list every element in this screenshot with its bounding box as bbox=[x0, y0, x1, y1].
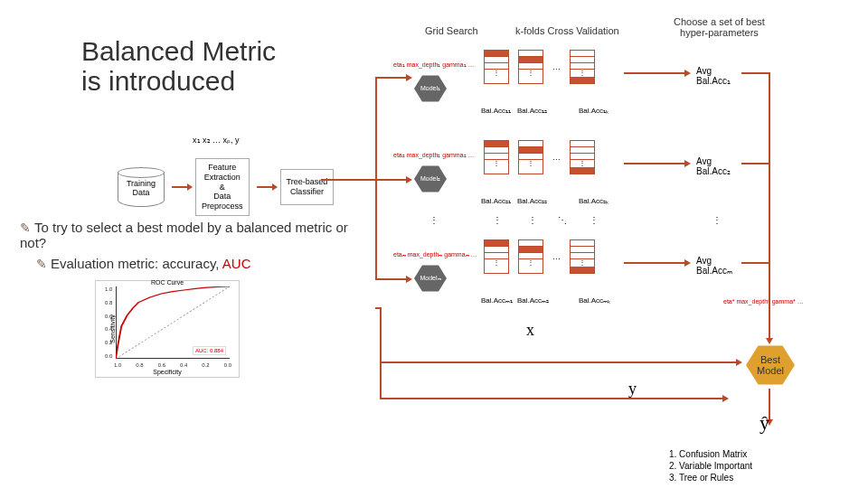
tick: 0.4 bbox=[180, 362, 187, 368]
bal-acc-label: Bal.Acc₁₁ bbox=[481, 107, 511, 115]
connector-line bbox=[769, 72, 770, 325]
model-hex-label: Model₁ bbox=[414, 74, 447, 103]
connector-line bbox=[741, 262, 769, 264]
tick: 0.4 bbox=[105, 326, 112, 332]
bullet-icon: ✎ bbox=[20, 221, 31, 235]
tick: 0.8 bbox=[136, 362, 143, 368]
fold-box: ⋮ bbox=[570, 239, 595, 274]
model-hex-label: Model₂ bbox=[414, 164, 447, 193]
fold-box: ⋮ bbox=[484, 239, 509, 274]
title-line1: Balanced Metric bbox=[81, 36, 276, 66]
tick: 0.8 bbox=[105, 300, 112, 305]
tick: 1.0 bbox=[105, 286, 112, 292]
bal-acc-label: Bal.Acc₂ₖ bbox=[579, 197, 609, 205]
feature-extraction-box: Feature Extraction & Data Preprocess bbox=[195, 158, 250, 216]
bullet-1: ✎To try to select a best model by a bala… bbox=[20, 220, 354, 250]
header-kfold: k-folds Cross Validation bbox=[515, 25, 619, 36]
connector-line bbox=[380, 361, 382, 398]
h-ellipsis: … bbox=[552, 153, 561, 162]
roc-chart: ROC Curve Sensitivity Specificity AUC: 0… bbox=[95, 280, 240, 378]
tick: 0.2 bbox=[105, 340, 112, 345]
model-hex-1: Model₁ bbox=[414, 74, 447, 103]
y-line bbox=[380, 398, 696, 399]
tick: 0.6 bbox=[158, 362, 165, 368]
tick: 0.6 bbox=[105, 314, 112, 319]
h-ellipsis: … bbox=[552, 62, 561, 71]
h-ellipsis: … bbox=[552, 252, 561, 261]
bullet-icon: ✎ bbox=[36, 257, 47, 271]
note-item: 1. Confusion Matrix bbox=[669, 448, 752, 460]
header-choose: Choose a set of best hyper-parameters bbox=[674, 16, 765, 38]
model-hex-2: Model₂ bbox=[414, 164, 447, 193]
connector-line bbox=[321, 179, 375, 181]
v-ellipsis: ⋮ bbox=[712, 215, 722, 225]
connector-arrow bbox=[624, 163, 685, 164]
roc-xticks: 1.0 0.8 0.6 0.4 0.2 0.0 bbox=[114, 362, 231, 368]
v-ellipsis: ⋮ bbox=[528, 215, 537, 225]
bal-acc-label: Bal.Accₘ₁ bbox=[481, 296, 513, 305]
bal-acc-label: Bal.Accₘ₂ bbox=[517, 296, 549, 305]
bal-acc-label: Bal.Acc₁ₖ bbox=[579, 107, 609, 115]
x-label: x bbox=[526, 321, 534, 340]
tick: 1.0 bbox=[114, 362, 121, 368]
model-hex-label: Modelₘ bbox=[414, 264, 447, 293]
best-hp-label: eta* max_depth* gamma* … bbox=[723, 298, 804, 305]
bullet-2-auc: AUC bbox=[222, 256, 251, 271]
avg-bal-acc-m: Avg Bal.Accₘ bbox=[696, 256, 732, 276]
connector-line bbox=[741, 72, 769, 74]
connector-arrow bbox=[375, 77, 407, 79]
fold-box: ⋮ bbox=[518, 50, 543, 84]
connector-arrow bbox=[696, 398, 723, 399]
fold-box: ⋮ bbox=[484, 140, 509, 174]
x-arrow bbox=[380, 361, 737, 363]
avg-bal-acc-2: Avg Bal.Acc₂ bbox=[696, 156, 731, 176]
pipeline: Training Data Feature Extraction & Data … bbox=[118, 158, 334, 216]
fold-box: ⋮ bbox=[570, 140, 595, 174]
bullet-1-text: To try to select a best model by a balan… bbox=[20, 220, 348, 250]
header-grid-search: Grid Search bbox=[425, 25, 478, 36]
title-line2: is introduced bbox=[81, 66, 276, 96]
connector-arrow bbox=[624, 262, 685, 264]
arrow-icon bbox=[172, 186, 188, 188]
connector-arrow bbox=[375, 179, 407, 181]
roc-legend: AUC: 0.884 bbox=[193, 346, 226, 355]
v-ellipsis: ⋮ bbox=[493, 215, 502, 225]
fold-box: ⋮ bbox=[518, 239, 543, 274]
bal-acc-label: Bal.Acc₂₁ bbox=[481, 197, 511, 205]
bal-acc-label: Bal.Accₘₖ bbox=[579, 296, 610, 305]
note-item: 3. Tree or Rules bbox=[669, 472, 752, 483]
tick: 0.2 bbox=[202, 362, 209, 368]
training-data-cylinder: Training Data bbox=[118, 167, 165, 207]
output-notes: 1. Confusion Matrix 2. Variable Importan… bbox=[669, 448, 752, 483]
connector-line bbox=[741, 163, 769, 164]
connector-line bbox=[380, 307, 382, 361]
roc-title: ROC Curve bbox=[96, 279, 239, 286]
fold-box: ⋮ bbox=[570, 50, 595, 84]
d-ellipsis: ⋱ bbox=[558, 215, 567, 225]
roc-yticks: 0.0 0.2 0.4 0.6 0.8 1.0 bbox=[105, 286, 112, 359]
bullet-2-text-a: Evaluation metric: accuracy, bbox=[51, 256, 222, 271]
yhat-label: ŷ bbox=[760, 411, 769, 435]
roc-xlabel: Specificity bbox=[96, 369, 239, 375]
model-hex-m: Modelₘ bbox=[414, 264, 447, 293]
v-ellipsis: ⋮ bbox=[590, 215, 599, 225]
training-data-label: Training Data bbox=[127, 180, 156, 198]
tick: 0.0 bbox=[105, 353, 112, 359]
connector-arrow bbox=[769, 321, 770, 339]
v-ellipsis: ⋮ bbox=[429, 215, 439, 225]
best-model-hex: Best Model bbox=[746, 343, 795, 387]
connector-arrow bbox=[375, 278, 407, 280]
avg-bal-acc-1: Avg Bal.Acc₁ bbox=[696, 66, 731, 86]
y-label: y bbox=[628, 380, 637, 399]
connector-arrow bbox=[624, 72, 685, 74]
fold-box: ⋮ bbox=[518, 140, 543, 174]
feature-vars: x₁ x₂ … xₚ, y bbox=[193, 136, 240, 145]
note-item: 2. Variable Important bbox=[669, 460, 752, 472]
tick: 0.0 bbox=[224, 362, 231, 368]
slide-title: Balanced Metric is introduced bbox=[81, 36, 276, 96]
bal-acc-label: Bal.Acc₁₂ bbox=[517, 107, 547, 115]
tree-classifier-box: Tree-based Classifier bbox=[280, 169, 335, 205]
fold-box: ⋮ bbox=[484, 50, 509, 84]
connector-line bbox=[375, 307, 380, 309]
bal-acc-label: Bal.Acc₂₂ bbox=[517, 197, 547, 205]
